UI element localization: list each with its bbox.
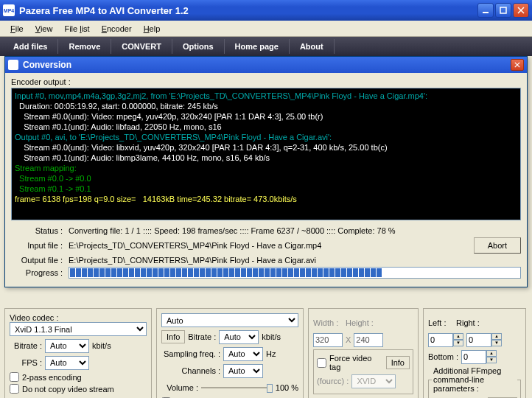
- maximize-button[interactable]: [495, 3, 511, 18]
- about-button[interactable]: About: [290, 39, 335, 54]
- app-icon: MP4: [3, 4, 15, 16]
- size-panel: Width : Height : X Force video tag Info …: [308, 308, 419, 398]
- dialog-icon: [8, 60, 18, 70]
- right-input[interactable]: [466, 333, 491, 347]
- input-file-label: Input file :: [11, 241, 69, 250]
- volume-value: 100 %: [276, 383, 298, 392]
- bitrate-unit: kbit/s: [92, 341, 111, 350]
- audio-bitrate-label: Bitrate :: [188, 332, 216, 341]
- audio-bitrate-unit: kbit/s: [262, 332, 281, 341]
- channels-label: Channels :: [161, 366, 220, 375]
- home-page-button[interactable]: Home page: [225, 39, 290, 54]
- volume-slider[interactable]: [201, 387, 273, 388]
- volume-label: Volume :: [161, 383, 198, 392]
- video-bitrate-select[interactable]: Auto: [45, 339, 89, 353]
- encoder-output-label: Encoder output :: [11, 77, 521, 86]
- output-file-value: E:\Projects_TD\_CONVERTERS\_MP4\Pink Flo…: [69, 256, 521, 265]
- minimize-button[interactable]: [477, 3, 494, 18]
- dialog-title: Conversion: [23, 60, 511, 70]
- twopass-checkbox[interactable]: [10, 372, 19, 382]
- input-file-value: E:\Projects_TD\_CONVERTERS\_MP4\Pink Flo…: [69, 241, 474, 250]
- audio-top-select[interactable]: Auto: [161, 313, 298, 327]
- sampling-unit: Hz: [266, 349, 276, 358]
- menu-help[interactable]: Help: [138, 23, 167, 35]
- video-codec-select[interactable]: XviD 1.1.3 Final: [10, 322, 147, 336]
- height-label: Height :: [346, 318, 375, 327]
- titlebar: MP4 Pazera Free MP4 to AVI Converter 1.2: [0, 0, 532, 21]
- audio-info-button[interactable]: Info: [161, 330, 185, 343]
- force-tag-checkbox[interactable]: [317, 358, 326, 368]
- app-title: Pazera Free MP4 to AVI Converter 1.2: [19, 5, 477, 16]
- video-codec-label: Video codec :: [10, 313, 147, 322]
- fourcc-info-button[interactable]: Info: [386, 356, 410, 369]
- left-input[interactable]: [428, 333, 453, 347]
- channels-select[interactable]: Auto: [223, 364, 263, 378]
- fourcc-select: XVID: [351, 374, 396, 388]
- sampling-select[interactable]: Auto: [223, 347, 263, 361]
- convert-button[interactable]: CONVERT: [111, 39, 172, 54]
- audio-panel: Auto Info Bitrate : Auto kbit/s Sampling…: [156, 308, 304, 398]
- video-fps-select[interactable]: Auto: [45, 356, 89, 370]
- extra-params-label: Additional FFmpeg command-line parameter…: [432, 366, 517, 393]
- video-panel: Video codec : XviD 1.1.3 Final Bitrate :…: [4, 308, 152, 398]
- close-button[interactable]: [513, 3, 529, 18]
- bottom-input[interactable]: [461, 350, 486, 364]
- audio-bitrate-select[interactable]: Auto: [219, 330, 259, 344]
- width-label: Width :: [313, 318, 343, 327]
- progress-label: Progress :: [11, 268, 69, 277]
- remove-button[interactable]: Remove: [58, 39, 111, 54]
- fps-label: FPS :: [10, 358, 42, 367]
- fourcc-label: (fourcc) :: [317, 377, 349, 385]
- width-input: [313, 333, 343, 347]
- add-files-button[interactable]: Add files: [3, 39, 58, 54]
- svg-rect-1: [500, 7, 506, 13]
- left-label: Left :: [428, 318, 453, 327]
- crop-panel: Left : Right : ▲▼ ▲▼ Bottom : ▲▼ Additio…: [423, 308, 526, 398]
- status-label: Status :: [11, 226, 69, 235]
- sampling-label: Sampling freq. :: [161, 349, 220, 358]
- down-icon[interactable]: ▼: [453, 340, 463, 346]
- menubar: File View File list Encoder Help: [0, 21, 532, 37]
- menu-view[interactable]: View: [29, 23, 59, 35]
- status-value: Converting file: 1 / 1 :::: Speed: 198 f…: [69, 226, 521, 235]
- bottom-label: Bottom :: [428, 352, 458, 361]
- toolbar: Add files Remove CONVERT Options Home pa…: [0, 37, 532, 56]
- height-input: [354, 333, 383, 347]
- menu-file[interactable]: File: [4, 23, 29, 35]
- up-icon[interactable]: ▲: [453, 333, 463, 340]
- abort-button[interactable]: Abort: [474, 237, 521, 254]
- progress-bar: [69, 267, 521, 279]
- output-file-label: Output file :: [11, 256, 69, 265]
- right-label: Right :: [456, 318, 480, 327]
- console-output: Input #0, mov,mp4,m4a,3gp,3g2,mj2, from …: [11, 88, 521, 220]
- menu-encoder[interactable]: Encoder: [96, 23, 138, 35]
- no-copy-video-checkbox[interactable]: [10, 384, 19, 394]
- conversion-dialog: Conversion Encoder output : Input #0, mo…: [4, 56, 528, 287]
- dialog-close-button[interactable]: [511, 59, 524, 71]
- bitrate-label: Bitrate :: [10, 341, 42, 350]
- menu-filelist[interactable]: File list: [58, 23, 95, 35]
- options-button[interactable]: Options: [172, 39, 225, 54]
- svg-rect-0: [483, 12, 489, 13]
